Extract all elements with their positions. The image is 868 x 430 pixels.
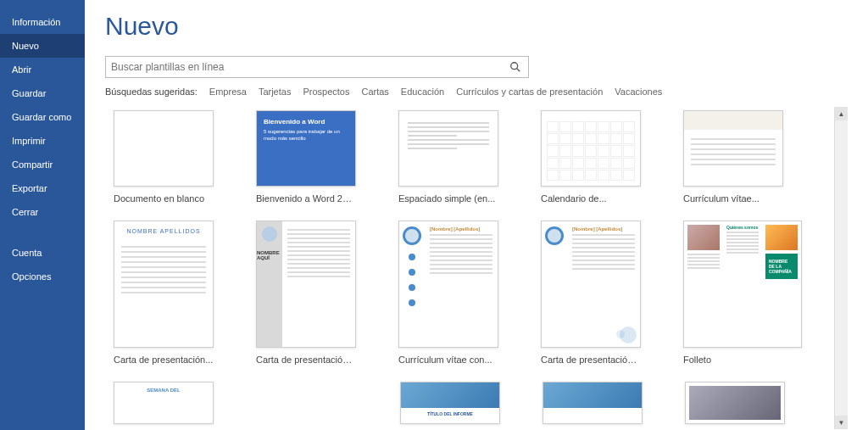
template-cover-letter-gray[interactable]: NOMBRE AQUÍ Carta de presentación gr... [256,221,356,365]
avatar-icon [262,226,277,242]
search-box[interactable] [105,56,529,78]
template-thumb [114,110,214,187]
template-label: Currículum vítae... [683,193,783,204]
suggest-link-prospectos[interactable]: Prospectos [303,87,349,97]
report-title: TÍTULO DEL INFORME [401,408,499,420]
template-thumb [542,382,643,424]
scroll-track[interactable] [835,120,848,416]
template-label: Carta de presentación gr... [256,355,356,365]
template-label: Currículum vítae con... [398,355,498,365]
template-thumb: [Nombre] [Apellidos] [541,221,641,348]
backstage-sidebar: Información Nuevo Abrir Guardar Guardar … [0,0,85,430]
scrollbar[interactable]: ▲ ▼ [834,107,848,429]
template-week[interactable]: SEMANA DEL [114,382,214,424]
template-hands[interactable] [685,382,785,424]
template-generic[interactable]: TÍTULO DEL INFORME [400,382,500,424]
template-report[interactable] [542,382,643,424]
cv-name: [Nombre] [Apellidos] [430,226,492,232]
template-simple-spacing[interactable]: Espaciado simple (en... [398,110,498,204]
svg-point-0 [511,63,518,70]
brochure-title: Quiénes somos [726,225,759,230]
template-thumb [541,110,641,187]
suggest-link-vacaciones[interactable]: Vacaciones [615,87,662,97]
sidebar-item-share[interactable]: Compartir [0,153,85,176]
template-label: Espaciado simple (en... [398,193,498,204]
letter-name: NOMBRE APELLIDOS [114,221,213,237]
sidebar-item-info[interactable]: Información [0,10,85,34]
template-thumb: [Nombre] [Apellidos] [398,221,498,348]
template-cover-circles[interactable]: [Nombre] [Apellidos] Carta de presentaci… [541,221,641,365]
search-input[interactable] [111,61,508,73]
template-cover-letter[interactable]: NOMBRE APELLIDOS Carta de presentación..… [114,221,214,365]
sidebar-item-account[interactable]: Cuenta [0,241,85,265]
suggested-label: Búsquedas sugeridas: [105,87,198,97]
template-label: Carta de presentación... [114,355,214,365]
sidebar-item-print[interactable]: Imprimir [0,129,85,153]
cv-name: [Nombre] [Apellidos] [572,226,635,232]
template-thumb: SEMANA DEL [114,382,214,424]
suggest-link-cartas[interactable]: Cartas [361,87,388,97]
brochure-company: NOMBRE DE LA COMPAÑÍA [765,254,798,279]
sidebar-item-open[interactable]: Abrir [0,58,85,81]
template-blank[interactable]: Documento en blanco [114,110,214,204]
template-thumb [685,382,785,424]
template-calendar[interactable]: Calendario de... [541,110,641,204]
main-panel: Nuevo Búsquedas sugeridas: Empresa Tarje… [85,0,868,430]
page-title: Nuevo [105,12,848,41]
sidebar-item-export[interactable]: Exportar [0,176,85,200]
scroll-up-icon[interactable]: ▲ [835,107,848,120]
suggest-link-tarjetas[interactable]: Tarjetas [259,87,292,97]
sidebar-item-save[interactable]: Guardar [0,81,85,105]
template-thumb: Quiénes somos NOMBRE DE LA COMPAÑÍA [683,221,802,348]
sidebar-item-saveas[interactable]: Guardar como [0,105,85,129]
template-label: Folleto [683,355,783,365]
svg-line-1 [517,69,520,72]
template-thumb [683,110,783,187]
sidebar-item-options[interactable]: Opciones [0,265,85,288]
welcome-title: Bienvenido a Word [264,118,348,126]
template-thumb: Bienvenido a Word 5 sugerencias para tra… [256,110,356,187]
template-brochure[interactable]: Quiénes somos NOMBRE DE LA COMPAÑÍA Foll… [683,221,783,365]
suggested-searches: Búsquedas sugeridas: Empresa Tarjetas Pr… [105,87,848,97]
sidebar-item-close[interactable]: Cerrar [0,200,85,224]
template-label: Carta de presentación c... [541,355,641,365]
template-gallery: Documento en blanco Bienvenido a Word 5 … [105,107,848,427]
template-label: Calendario de... [541,193,641,204]
avatar-circle-icon [545,226,564,245]
welcome-subtitle: 5 sugerencias para trabajar de un modo m… [264,129,348,142]
template-thumb: NOMBRE APELLIDOS [114,221,214,348]
template-thumb: TÍTULO DEL INFORME [400,382,500,424]
resume-name: NOMBRE AQUÍ [257,250,282,260]
scroll-down-icon[interactable]: ▼ [835,416,848,429]
template-cv-circles[interactable]: [Nombre] [Apellidos] Currículum vítae co… [398,221,498,365]
search-icon[interactable] [508,59,523,75]
avatar-circle-icon [403,226,421,245]
template-label: Bienvenido a Word 2013 [256,193,356,204]
sidebar-item-new[interactable]: Nuevo [0,34,85,58]
week-header: SEMANA DEL [114,383,213,393]
template-welcome[interactable]: Bienvenido a Word 5 sugerencias para tra… [256,110,356,204]
template-cv[interactable]: Currículum vítae... [683,110,783,204]
template-label: Documento en blanco [114,193,214,204]
suggest-link-curriculos[interactable]: Currículos y cartas de presentación [456,87,603,97]
template-thumb: NOMBRE AQUÍ [256,221,356,348]
suggest-link-empresa[interactable]: Empresa [209,87,247,97]
suggest-link-educacion[interactable]: Educación [401,87,444,97]
template-thumb [398,110,498,187]
